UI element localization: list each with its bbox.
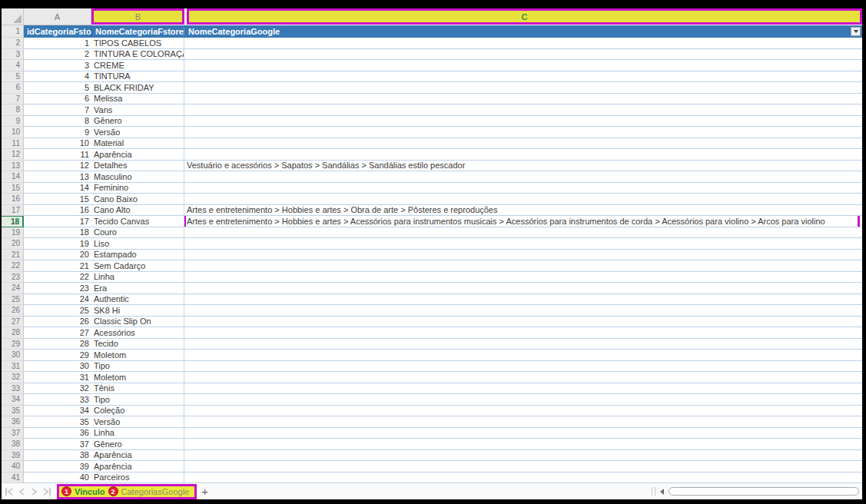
cell-id[interactable]: 14 bbox=[24, 183, 91, 194]
cell-google-category[interactable] bbox=[184, 250, 862, 261]
row-number[interactable]: 33 bbox=[2, 383, 24, 395]
row-number[interactable]: 24 bbox=[2, 283, 24, 294]
cell-google-category[interactable] bbox=[184, 327, 862, 339]
cell-id[interactable]: 3 bbox=[24, 60, 91, 71]
row-number[interactable]: 37 bbox=[2, 428, 24, 439]
cell-id[interactable]: 10 bbox=[24, 138, 91, 150]
cell-name[interactable]: TIPOS CABELOS bbox=[91, 38, 184, 49]
cell-name[interactable]: Parceiros bbox=[91, 472, 184, 484]
cell-name[interactable]: Moletom bbox=[91, 372, 184, 383]
cell-google-category[interactable] bbox=[184, 49, 862, 61]
cell-google-category[interactable] bbox=[184, 82, 862, 94]
cell-name[interactable]: Detalhes bbox=[91, 161, 184, 172]
cell-google-category[interactable] bbox=[184, 317, 862, 328]
cell-id[interactable]: 12 bbox=[24, 161, 91, 172]
row-number[interactable]: 22 bbox=[2, 260, 24, 272]
cell-id[interactable]: 13 bbox=[24, 171, 91, 183]
cell-id[interactable]: 38 bbox=[24, 450, 91, 462]
cell-google-category[interactable] bbox=[184, 416, 862, 428]
row-number[interactable]: 9 bbox=[2, 116, 24, 128]
cell-google-category[interactable]: Artes e entretenimento > Hobbies e artes… bbox=[184, 216, 862, 227]
cell-id[interactable]: 39 bbox=[24, 461, 91, 472]
row-number[interactable]: 41 bbox=[2, 472, 24, 484]
cell-google-category[interactable] bbox=[184, 294, 862, 306]
row-number[interactable]: 3 bbox=[2, 49, 24, 61]
cell-name[interactable]: Tecido bbox=[91, 339, 184, 350]
cell-id[interactable]: 34 bbox=[24, 406, 91, 417]
cell-name[interactable]: CREME bbox=[91, 60, 184, 71]
column-header-c-highlighted[interactable]: C bbox=[187, 8, 862, 25]
cell-name[interactable]: Acessórios bbox=[91, 327, 184, 339]
cell-name[interactable]: Aparência bbox=[91, 461, 184, 472]
cell-id[interactable]: 26 bbox=[24, 317, 91, 328]
cell-name[interactable]: Gênero bbox=[91, 439, 184, 450]
sheet-tab-categoriasgoogle[interactable]: CategoriasGoogle bbox=[118, 487, 193, 496]
row-number[interactable]: 7 bbox=[2, 94, 24, 105]
row-number[interactable]: 32 bbox=[2, 372, 24, 383]
cell-id[interactable]: 28 bbox=[24, 339, 91, 350]
cell-google-category[interactable] bbox=[184, 272, 862, 284]
cell-name[interactable]: TINTURA bbox=[91, 71, 184, 83]
cell-google-category[interactable] bbox=[184, 372, 862, 383]
row-number[interactable]: 10 bbox=[2, 127, 24, 138]
cell-name[interactable]: Cano Baixo bbox=[91, 194, 184, 205]
cell-name[interactable]: Tipo bbox=[91, 394, 184, 406]
row-number[interactable]: 14 bbox=[2, 171, 24, 183]
column-header-a[interactable]: A bbox=[24, 8, 91, 25]
cell-name[interactable]: Era bbox=[91, 283, 184, 294]
row-number[interactable]: 40 bbox=[2, 461, 24, 472]
cell-id[interactable]: 24 bbox=[24, 294, 91, 306]
cell-name[interactable]: Vans bbox=[91, 104, 184, 116]
cell-google-category[interactable] bbox=[184, 428, 862, 439]
cell-name[interactable]: Versão bbox=[91, 416, 184, 428]
cell-name[interactable]: TINTURA E COLORAÇÃO bbox=[91, 49, 184, 61]
row-number[interactable]: 23 bbox=[2, 272, 24, 284]
cell-id[interactable]: 21 bbox=[24, 260, 91, 272]
row-number[interactable]: 19 bbox=[2, 227, 24, 239]
row-number[interactable]: 28 bbox=[2, 327, 24, 339]
cell-id[interactable]: 27 bbox=[24, 327, 91, 339]
cell-google-category[interactable] bbox=[184, 350, 862, 361]
cell-name[interactable]: Material bbox=[91, 138, 184, 150]
cell-id[interactable]: 30 bbox=[24, 361, 91, 373]
row-number[interactable]: 30 bbox=[2, 350, 24, 361]
scrollbar-thumb[interactable] bbox=[669, 487, 859, 496]
cell-id[interactable]: 11 bbox=[24, 149, 91, 161]
cell-name[interactable]: SK8 Hi bbox=[91, 305, 184, 317]
cell-google-category[interactable] bbox=[184, 439, 862, 450]
row-number[interactable]: 26 bbox=[2, 305, 24, 317]
cell-id[interactable]: 25 bbox=[24, 305, 91, 317]
row-number[interactable]: 2 bbox=[2, 38, 24, 49]
cell-name[interactable]: Aparência bbox=[91, 149, 184, 161]
row-header-1[interactable]: 1 bbox=[2, 25, 24, 38]
last-sheet-icon[interactable] bbox=[42, 488, 51, 496]
cell-google-category[interactable] bbox=[184, 94, 862, 105]
cell-google-category[interactable] bbox=[184, 227, 862, 239]
row-number[interactable]: 6 bbox=[2, 82, 24, 94]
row-number[interactable]: 13 bbox=[2, 161, 24, 172]
row-number[interactable]: 4 bbox=[2, 60, 24, 71]
cell-google-category[interactable] bbox=[184, 238, 862, 250]
scroll-left-icon[interactable] bbox=[660, 489, 664, 495]
cell-id[interactable]: 4 bbox=[24, 71, 91, 83]
cell-id[interactable]: 33 bbox=[24, 394, 91, 406]
select-all-corner[interactable] bbox=[2, 8, 24, 25]
cell-google-category[interactable] bbox=[184, 138, 862, 150]
cell-name[interactable]: Linha bbox=[91, 428, 184, 439]
cell-name[interactable]: BLACK FRIDAY bbox=[91, 82, 184, 94]
cell-name[interactable]: Liso bbox=[91, 238, 184, 250]
cell-google-category[interactable] bbox=[184, 339, 862, 350]
cell-name[interactable]: Tênis bbox=[91, 383, 184, 395]
row-number[interactable]: 27 bbox=[2, 317, 24, 328]
cell-id[interactable]: 6 bbox=[24, 94, 91, 105]
cell-id[interactable]: 20 bbox=[24, 250, 91, 261]
row-number[interactable]: 36 bbox=[2, 416, 24, 428]
cell-id[interactable]: 35 bbox=[24, 416, 91, 428]
cell-name[interactable]: Coleção bbox=[91, 406, 184, 417]
cell-id[interactable]: 22 bbox=[24, 272, 91, 284]
cell-name[interactable]: Aparência bbox=[91, 450, 184, 462]
cell-google-category[interactable] bbox=[184, 60, 862, 71]
header-cell-nomecategoriafstore[interactable]: NomeCategoriaFstore bbox=[91, 25, 184, 38]
cell-name[interactable]: Estampado bbox=[91, 250, 184, 261]
cell-id[interactable]: 15 bbox=[24, 194, 91, 205]
